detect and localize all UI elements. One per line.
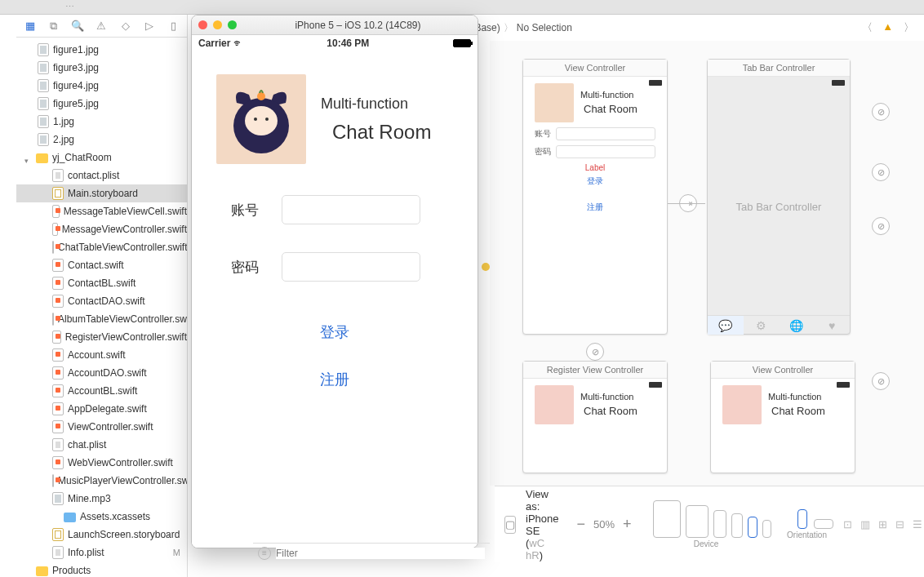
search-navigator-tab[interactable]: 🔍 <box>71 19 85 33</box>
device-iphone[interactable] <box>731 513 743 538</box>
forward-arrow-icon[interactable]: 〉 <box>901 20 916 35</box>
breakpoint-navigator-tab[interactable]: ▯ <box>167 19 180 33</box>
tab-contacts-icon[interactable]: ⚙ <box>744 316 780 335</box>
device-iphone-plus[interactable] <box>713 510 726 538</box>
file-row[interactable]: Contact.swift <box>16 256 187 274</box>
file-row[interactable]: ContactBL.swift <box>16 274 187 292</box>
file-row[interactable]: AccountBL.swift <box>16 382 187 400</box>
orientation-portrait[interactable] <box>797 509 807 529</box>
orientation-picker[interactable] <box>797 509 833 529</box>
file-row[interactable]: AppDelegate.swift <box>16 400 187 418</box>
file-row[interactable]: figure1.jpg <box>16 41 187 59</box>
crumb-selection[interactable]: No Selection <box>517 22 572 33</box>
simulator-titlebar[interactable]: iPhone 5 – iOS 10.2 (14C89) <box>192 16 478 35</box>
tab-chat-icon[interactable]: 💬 <box>708 316 744 335</box>
file-row[interactable]: ContactDAO.swift <box>16 292 187 310</box>
segue-icon[interactable]: ⊘ <box>872 163 890 181</box>
file-row[interactable]: contact.plist <box>16 166 187 184</box>
file-navigator-tab[interactable]: ▦ <box>23 19 37 33</box>
password-field[interactable] <box>556 145 655 158</box>
file-icon <box>38 61 49 74</box>
register-link[interactable]: 注册 <box>523 202 667 213</box>
outline-marker-icon[interactable] <box>482 263 490 271</box>
back-arrow-icon[interactable]: 〈 <box>860 20 874 35</box>
device-ipad[interactable] <box>686 505 709 538</box>
file-row[interactable]: yj_ChatRoom <box>16 149 187 166</box>
scene-view-controller-2[interactable]: View Controller Multi-function Chat Room <box>710 361 855 473</box>
file-row[interactable]: 1.jpg <box>16 113 187 131</box>
svg-point-5 <box>257 92 265 100</box>
filter-input[interactable] <box>276 548 485 559</box>
symbol-navigator-tab[interactable]: ⧉ <box>47 19 60 33</box>
device-ipad-large[interactable] <box>653 500 681 538</box>
document-outline-toggle[interactable]: ▢ <box>504 516 516 534</box>
file-name: figure3.jpg <box>53 62 99 73</box>
file-row[interactable]: AccountDAO.swift <box>16 364 187 382</box>
filter-scope-icon[interactable]: ≡ <box>258 547 271 560</box>
minimize-window-icon[interactable] <box>213 20 222 29</box>
file-row[interactable]: WebViewController.swift <box>16 454 187 472</box>
zoom-window-icon[interactable] <box>228 20 237 29</box>
align-icon[interactable]: ▥ <box>860 518 870 530</box>
file-row[interactable]: Products <box>16 561 187 577</box>
disclosure-icon[interactable] <box>24 567 32 575</box>
file-row[interactable]: figure3.jpg <box>16 59 187 77</box>
account-field[interactable] <box>556 127 655 140</box>
login-link[interactable]: 登录 <box>523 175 667 187</box>
scene-register-controller[interactable]: Register View Controller Multi-function … <box>522 361 668 473</box>
file-row[interactable]: Main.storyboard <box>16 184 187 202</box>
file-row[interactable]: MusicPlayerViewController.swift <box>16 472 187 490</box>
file-name: 2.jpg <box>53 134 74 145</box>
disclosure-icon[interactable] <box>52 513 60 521</box>
embed-icon[interactable]: ⊡ <box>843 518 852 530</box>
file-row[interactable]: Account.swift <box>16 346 187 364</box>
device-iphone-4s[interactable] <box>762 520 771 538</box>
mini-battery-icon <box>649 382 662 388</box>
file-row[interactable]: chat.plist <box>16 436 187 454</box>
file-row[interactable]: AlbumTableViewController.swift <box>16 310 187 328</box>
account-input[interactable] <box>282 195 420 224</box>
file-row[interactable]: figure4.jpg <box>16 77 187 95</box>
file-row[interactable]: MessageViewController.swift <box>16 220 187 238</box>
test-navigator-tab[interactable]: ◇ <box>118 19 132 33</box>
file-row[interactable]: Mine.mp3 <box>16 490 187 508</box>
login-button[interactable]: 登录 <box>320 322 349 342</box>
view-as-label[interactable]: View as: iPhone SE (wC hR) <box>526 488 558 561</box>
segue-icon[interactable]: ⊘ <box>872 217 890 235</box>
register-button[interactable]: 注册 <box>320 370 349 389</box>
close-window-icon[interactable] <box>198 20 207 29</box>
tab-favorite-icon[interactable]: ♥ <box>815 316 851 335</box>
file-row[interactable]: 2.jpg <box>16 131 187 149</box>
ib-canvas[interactable]: View Controller Multi-function Chat Room… <box>490 41 924 486</box>
debug-navigator-tab[interactable]: ▷ <box>142 19 156 33</box>
file-row[interactable]: RegisterViewController.swift <box>16 328 187 346</box>
file-tree[interactable]: figure1.jpgfigure3.jpgfigure4.jpgfigure5… <box>16 38 187 577</box>
segue-icon[interactable]: ⊘ <box>872 372 890 390</box>
file-row[interactable]: ChatTableViewController.swift <box>16 238 187 256</box>
pin-icon[interactable]: ⊞ <box>878 518 887 530</box>
file-row[interactable]: MessageTableViewCell.swift <box>16 202 187 220</box>
resolve-icon[interactable]: ⊟ <box>895 518 904 530</box>
file-row[interactable]: LaunchScreen.storyboard <box>16 526 187 544</box>
file-name: ChatTableViewController.swift <box>58 242 187 253</box>
file-row[interactable]: Assets.xcassets <box>16 508 187 526</box>
file-row[interactable]: ViewController.swift <box>16 418 187 436</box>
file-row[interactable]: Info.plistM <box>16 544 187 561</box>
disclosure-icon[interactable] <box>24 154 32 162</box>
device-picker[interactable] <box>653 500 771 538</box>
file-row[interactable]: figure5.jpg <box>16 95 187 113</box>
stack-icon[interactable]: ☰ <box>913 518 922 530</box>
orientation-landscape[interactable] <box>814 519 833 529</box>
segue-icon[interactable]: ⊘ <box>872 103 890 121</box>
password-input[interactable] <box>282 252 420 282</box>
device-iphone-se[interactable] <box>748 517 757 538</box>
segue-icon[interactable]: ⊘ <box>586 343 604 361</box>
scene-tabbar-controller[interactable]: Tab Bar Controller Tab Bar Controller 💬 … <box>707 59 851 335</box>
tab-web-icon[interactable]: 🌐 <box>779 316 815 335</box>
scene-view-controller[interactable]: View Controller Multi-function Chat Room… <box>522 59 668 335</box>
warning-icon[interactable]: ▲ <box>882 20 893 35</box>
avatar-image <box>535 385 574 424</box>
zoom-in-button[interactable]: + <box>623 516 632 533</box>
zoom-out-button[interactable]: − <box>576 516 585 533</box>
issue-navigator-tab[interactable]: ⚠ <box>95 19 109 33</box>
